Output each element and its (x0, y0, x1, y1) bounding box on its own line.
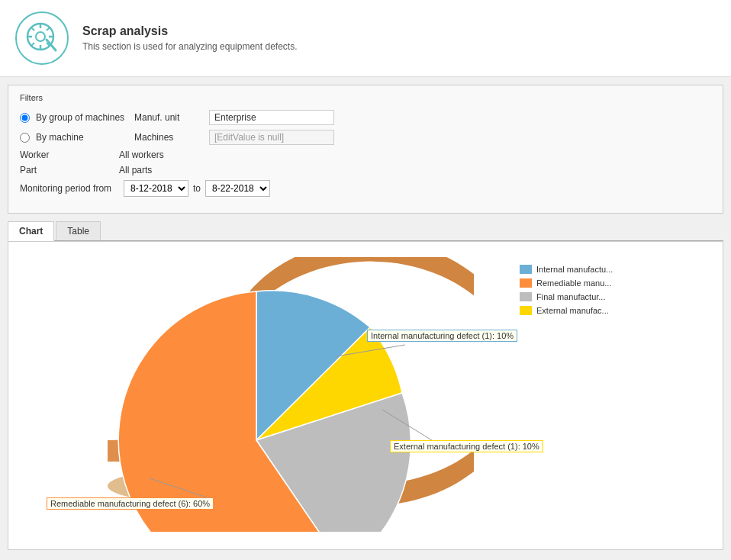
filters-legend: Filters (20, 93, 711, 102)
legend-label-internal: Internal manufactu... (536, 265, 613, 274)
pie-chart-svg (31, 257, 474, 532)
page-title: Scrap analysis (82, 24, 297, 38)
legend-swatch-internal (520, 265, 532, 274)
manuf-unit-label: Manuf. unit (134, 112, 203, 123)
legend-item-final: Final manufactur... (520, 292, 613, 301)
date-from-select[interactable]: 8-12-2018 (124, 180, 188, 197)
worker-value: All workers (119, 150, 164, 160)
svg-point-1 (36, 32, 45, 41)
header-text: Scrap analysis This section is used for … (82, 24, 297, 52)
chart-inner: Internal manufacturing defect (1): 10% R… (16, 249, 715, 542)
legend-area: Internal manufactu... Remediable manu...… (520, 257, 613, 320)
filter-row-machine: By machine Machines (20, 130, 711, 145)
filter-row-part: Part All parts (20, 165, 711, 175)
period-to-label: to (193, 183, 201, 194)
legend-swatch-final (520, 292, 532, 301)
manuf-unit-input[interactable] (209, 110, 334, 125)
filter-row-period: Monitoring period from 8-12-2018 to 8-22… (20, 180, 711, 197)
filters-section: Filters By group of machines Manuf. unit… (8, 85, 723, 214)
legend-label-remediable: Remediable manu... (536, 278, 611, 288)
worker-label: Worker (20, 150, 119, 160)
pie-chart-area: Internal manufacturing defect (1): 10% R… (31, 257, 504, 534)
filter-row-group: By group of machines Manuf. unit (20, 110, 711, 125)
svg-line-9 (31, 43, 35, 47)
by-group-radio[interactable] (20, 113, 30, 123)
legend-label-external: External manufac... (536, 306, 609, 315)
period-label: Monitoring period from (20, 183, 119, 194)
part-label: Part (20, 165, 119, 175)
machines-input[interactable] (209, 130, 334, 145)
tab-table[interactable]: Table (56, 221, 101, 240)
legend-item-internal: Internal manufactu... (520, 265, 613, 274)
scrap-analysis-icon (15, 11, 69, 65)
svg-line-6 (31, 27, 35, 31)
callout-external: External manufacturing defect (1): 10% (390, 440, 543, 452)
tabs-area: Chart Table (8, 221, 723, 550)
legend-swatch-external (520, 306, 532, 315)
page: Scrap analysis This section is used for … (0, 0, 731, 560)
filter-row-worker: Worker All workers (20, 150, 711, 160)
tabs-bar: Chart Table (8, 221, 723, 241)
date-to-select[interactable]: 8-22-2018 (205, 180, 270, 197)
by-machine-radio[interactable] (20, 133, 30, 143)
header: Scrap analysis This section is used for … (0, 0, 731, 77)
part-value: All parts (119, 165, 152, 175)
svg-line-8 (47, 27, 50, 31)
callout-remediable: Remediable manufacturing defect (6): 60% (47, 497, 214, 510)
by-machine-label[interactable]: By machine (20, 132, 134, 143)
legend-swatch-remediable (520, 278, 532, 288)
legend-item-external: External manufac... (520, 306, 613, 315)
machines-label: Machines (134, 132, 203, 143)
legend-label-final: Final manufactur... (536, 292, 606, 301)
page-subtitle: This section is used for analyzing equip… (82, 41, 297, 52)
legend-item-remediable: Remediable manu... (520, 278, 613, 288)
tab-chart[interactable]: Chart (8, 221, 54, 241)
chart-container: Internal manufacturing defect (1): 10% R… (8, 241, 723, 550)
by-group-label[interactable]: By group of machines (20, 112, 134, 123)
callout-internal: Internal manufacturing defect (1): 10% (367, 330, 517, 342)
